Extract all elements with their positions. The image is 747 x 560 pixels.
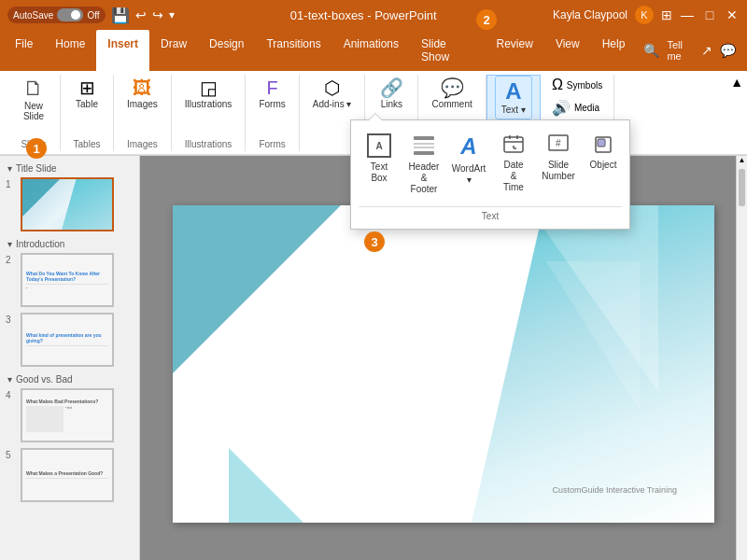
title-bar-left: AutoSave Off 💾 ↩ ↪ ▾ — [7, 7, 175, 24]
datetime-dropdown-btn[interactable]: Date &Time — [493, 128, 534, 201]
tab-insert[interactable]: Insert — [96, 30, 149, 71]
new-slide-icon: 🗋 — [23, 78, 44, 99]
slide-thumb-2[interactable]: 2 What Do You Want To Know After Today's… — [4, 251, 135, 311]
tab-animations[interactable]: Animations — [332, 30, 410, 71]
slide-num-2: 2 — [6, 253, 17, 265]
symbols-button[interactable]: Ω Symbols — [548, 75, 606, 95]
comment-button[interactable]: 💬 Comment — [426, 75, 477, 113]
section-label-goodvsbad[interactable]: Good vs. Bad — [4, 371, 135, 386]
text-group-items: A Text ▾ — [495, 76, 532, 119]
media-icon: 🔊 — [552, 99, 571, 117]
illustrations-group-items: ◲ Illustrations — [179, 75, 238, 113]
symbols-media-items: Ω Symbols 🔊 Media — [548, 75, 606, 119]
textbox-icon: A — [367, 133, 391, 158]
links-label: Links — [381, 99, 402, 109]
scroll-up-btn[interactable]: ▲ — [737, 156, 747, 167]
links-icon: 🔗 — [380, 78, 403, 97]
slide-img-5[interactable]: What Makes a Presentation Good? — [21, 448, 114, 502]
media-button[interactable]: 🔊 Media — [548, 97, 603, 119]
illustrations-button[interactable]: ◲ Illustrations — [179, 75, 238, 113]
forms-button[interactable]: F Forms — [253, 75, 290, 113]
images-group-label: Images — [127, 137, 158, 151]
autosave-badge[interactable]: AutoSave Off — [7, 7, 106, 23]
ribbon-group-forms: F Forms Forms — [246, 75, 299, 151]
tab-slideshow[interactable]: Slide Show — [410, 30, 485, 71]
tab-draw[interactable]: Draw — [149, 30, 198, 71]
title-bar-center: 01-text-boxes - PowerPoint — [290, 8, 437, 22]
illustrations-icon: ◲ — [200, 78, 218, 97]
tab-file[interactable]: File — [4, 30, 44, 71]
wordart-icon: A — [460, 133, 476, 160]
text-label: Text ▾ — [501, 105, 526, 115]
slide-img-1[interactable] — [21, 177, 114, 231]
section-label-intro[interactable]: Introduction — [4, 235, 135, 251]
tab-help[interactable]: Help — [591, 30, 637, 71]
wordart-label: WordArt▾ — [452, 163, 486, 186]
section-label-title[interactable]: Title Slide — [4, 160, 135, 175]
slide-img-3[interactable]: What kind of presentation are you giving… — [21, 313, 114, 367]
svg-rect-1 — [414, 143, 434, 145]
comments-group-items: 💬 Comment — [426, 75, 477, 113]
maximize-btn[interactable]: □ — [702, 7, 717, 22]
autosave-toggle[interactable] — [57, 8, 83, 21]
addins-label: Add-ins ▾ — [313, 99, 352, 109]
slidenumber-dropdown-btn[interactable]: # SlideNumber — [538, 128, 579, 201]
share-icon[interactable]: ↗ — [701, 43, 712, 58]
comments-icon[interactable]: 💬 — [720, 43, 736, 58]
autosave-state: Off — [87, 10, 99, 21]
customize-icon[interactable]: ▾ — [169, 8, 175, 21]
forms-label: Forms — [259, 99, 285, 109]
links-button[interactable]: 🔗 Links — [373, 75, 410, 113]
slide-num-1: 1 — [6, 177, 17, 189]
images-group-items: 🖼 Images — [121, 75, 163, 113]
textbox-label: TextBox — [371, 161, 388, 184]
illustrations-group-label: Illustrations — [185, 137, 233, 151]
slide-img-2[interactable]: What Do You Want To Know After Today's P… — [21, 253, 114, 307]
slides-panel[interactable]: Title Slide 1 Introduction 2 What Do You… — [0, 156, 140, 560]
slide-thumb-5[interactable]: 5 What Makes a Presentation Good? — [4, 446, 135, 506]
vertical-scrollbar[interactable]: ▲ ▼ — [736, 156, 747, 560]
tables-group-label: Tables — [74, 137, 101, 151]
header-footer-dropdown-btn[interactable]: Header& Footer — [403, 128, 444, 201]
textbox-dropdown-btn[interactable]: A TextBox — [359, 128, 400, 201]
save-icon[interactable]: 💾 — [111, 7, 130, 24]
scroll-thumb[interactable] — [739, 169, 745, 206]
minimize-btn[interactable]: — — [680, 7, 695, 22]
header-footer-icon — [412, 133, 436, 158]
tell-me-label[interactable]: Tell me — [667, 39, 694, 62]
images-button[interactable]: 🖼 Images — [121, 75, 163, 113]
slide-thumb-4[interactable]: 4 What Makes Bad Presentations? • text — [4, 386, 135, 446]
profile-icon[interactable]: K — [635, 6, 654, 24]
collapse-ribbon-btn[interactable]: ▲ — [730, 75, 743, 90]
tab-view[interactable]: View — [544, 30, 591, 71]
text-button[interactable]: A Text ▾ — [495, 76, 532, 119]
object-dropdown-btn[interactable]: Object — [583, 128, 624, 201]
addins-button[interactable]: ⬡ Add-ins ▾ — [307, 75, 358, 113]
svg-rect-2 — [414, 147, 434, 148]
tab-home[interactable]: Home — [44, 30, 96, 71]
table-label: Table — [76, 99, 98, 109]
object-icon — [592, 133, 614, 156]
title-bar-right: Kayla Claypool K ⊞ — □ ✕ — [553, 6, 740, 24]
search-icon[interactable]: 🔍 — [643, 43, 659, 58]
slide-thumb-3[interactable]: 3 What kind of presentation are you givi… — [4, 311, 135, 371]
close-btn[interactable]: ✕ — [725, 7, 740, 22]
undo-icon[interactable]: ↩ — [135, 7, 147, 22]
tab-review[interactable]: Review — [486, 30, 544, 71]
slide-num-5: 5 — [6, 448, 17, 460]
text-dropdown-group-label: Text — [359, 206, 622, 221]
connect-icon[interactable]: ⊞ — [661, 7, 672, 22]
text-dropdown-panel: A TextBox Header& Footer A WordArt▾ — [350, 119, 630, 230]
new-slide-button[interactable]: 🗋 NewSlide — [15, 75, 52, 125]
slide-num-3: 3 — [6, 313, 17, 325]
tab-design[interactable]: Design — [198, 30, 255, 71]
tab-transitions[interactable]: Transitions — [255, 30, 331, 71]
media-label: Media — [574, 103, 599, 113]
svg-rect-0 — [414, 136, 434, 140]
table-button[interactable]: ⊞ Table — [68, 75, 106, 113]
datetime-icon — [502, 133, 525, 156]
slide-thumb-1[interactable]: 1 — [4, 175, 135, 235]
redo-icon[interactable]: ↪ — [152, 7, 163, 22]
slide-img-4[interactable]: What Makes Bad Presentations? • text — [21, 388, 114, 442]
wordart-dropdown-btn[interactable]: A WordArt▾ — [448, 128, 489, 201]
